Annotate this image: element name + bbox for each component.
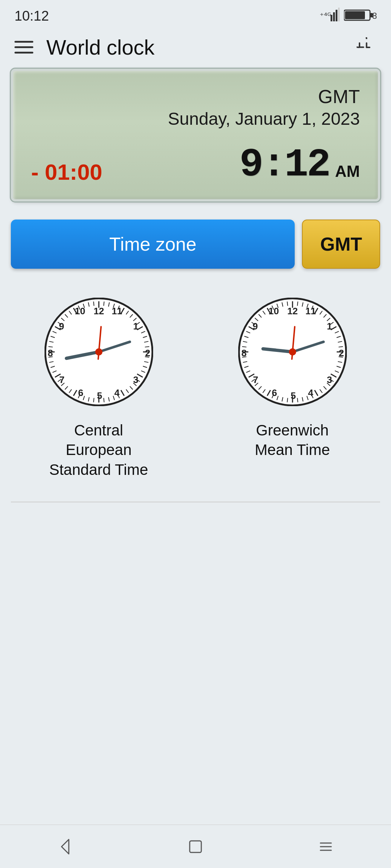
svg-line-38 xyxy=(145,346,149,347)
timezone-button[interactable]: Time zone xyxy=(11,220,295,269)
svg-line-68 xyxy=(48,357,52,357)
clock-date: Sunday, January 1, 2023 xyxy=(31,108,360,130)
svg-line-119 xyxy=(297,398,298,402)
svg-text:7: 7 xyxy=(253,374,258,385)
svg-text:9: 9 xyxy=(252,321,257,332)
buttons-row: Time zone GMT xyxy=(11,220,380,269)
svg-rect-4 xyxy=(338,8,340,21)
svg-line-149 xyxy=(287,302,287,306)
svg-point-166 xyxy=(291,350,294,354)
clock-minutes: 12 xyxy=(285,142,329,187)
history-icon[interactable] xyxy=(357,37,377,57)
status-time: 10:12 xyxy=(14,8,49,24)
status-icons: ⁺⁴ᴳ 84% xyxy=(320,8,377,25)
analog-clock-cest: // Will be drawn inline 12 1 2 3 4 5 6 7… xyxy=(45,298,153,406)
clock-timezone: GMT xyxy=(31,85,360,108)
svg-line-91 xyxy=(297,302,298,306)
recents-button[interactable] xyxy=(315,836,337,858)
clock-time-row: - 01:00 9:12 AM xyxy=(31,145,360,185)
svg-line-136 xyxy=(242,346,246,347)
section-divider xyxy=(11,502,380,502)
clock-label-gmt: Greenwich Mean Time xyxy=(238,421,347,460)
svg-rect-2 xyxy=(333,12,335,21)
status-bar: 10:12 ⁺⁴ᴳ 84% xyxy=(0,0,391,29)
svg-point-88 xyxy=(97,350,101,354)
svg-text:84%: 84% xyxy=(372,11,377,21)
svg-text:2: 2 xyxy=(339,348,344,358)
app-bar-left: World clock xyxy=(14,35,155,59)
digital-clock-panel: GMT Sunday, January 1, 2023 - 01:00 9:12… xyxy=(11,69,380,201)
back-button[interactable] xyxy=(54,836,76,858)
svg-rect-168 xyxy=(190,841,201,852)
svg-text:1: 1 xyxy=(327,321,332,332)
svg-line-104 xyxy=(339,346,343,347)
clock-wrapper-gmt: 12 1 2 3 4 5 6 7 8 9 10 11 xyxy=(238,298,347,480)
clock-colon: : xyxy=(262,142,285,187)
clocks-section: // Will be drawn inline 12 1 2 3 4 5 6 7… xyxy=(7,298,384,480)
signal-icon: ⁺⁴ᴳ xyxy=(320,8,340,25)
svg-text:5: 5 xyxy=(290,390,295,401)
clock-label-cest: Central European Standard Time xyxy=(45,421,153,480)
svg-line-121 xyxy=(287,398,287,402)
svg-line-55 xyxy=(93,398,94,402)
svg-rect-7 xyxy=(345,11,365,19)
svg-text:11: 11 xyxy=(305,306,316,316)
battery-icon: 84% xyxy=(344,8,377,24)
clock-digits: 9:12 xyxy=(240,145,329,185)
svg-rect-3 xyxy=(336,10,337,21)
svg-text:8: 8 xyxy=(241,348,246,358)
svg-text:5: 5 xyxy=(97,390,102,401)
svg-text:9: 9 xyxy=(59,321,64,332)
svg-text:10: 10 xyxy=(268,306,279,316)
clock-wrapper-cest: // Will be drawn inline 12 1 2 3 4 5 6 7… xyxy=(45,298,153,480)
menu-icon[interactable] xyxy=(14,41,33,54)
svg-line-25 xyxy=(104,302,104,306)
svg-line-83 xyxy=(93,302,94,306)
nav-bar xyxy=(0,825,391,868)
clock-offset: - 01:00 xyxy=(31,159,102,185)
svg-line-70 xyxy=(48,346,52,347)
clock-hours: 9 xyxy=(240,142,262,187)
svg-line-40 xyxy=(145,357,149,357)
svg-rect-1 xyxy=(331,15,332,21)
app-title: World clock xyxy=(46,35,155,59)
svg-text:10: 10 xyxy=(75,306,85,316)
app-bar: World clock xyxy=(0,29,391,65)
svg-text:3: 3 xyxy=(327,374,332,385)
gmt-button[interactable]: GMT xyxy=(302,220,380,269)
clock-header: GMT Sunday, January 1, 2023 xyxy=(31,85,360,131)
home-button[interactable] xyxy=(185,836,206,858)
svg-text:12: 12 xyxy=(287,306,298,316)
svg-text:4: 4 xyxy=(308,387,313,398)
svg-marker-167 xyxy=(62,839,69,854)
analog-clock-gmt: 12 1 2 3 4 5 6 7 8 9 10 11 xyxy=(238,298,347,406)
clock-ampm: AM xyxy=(335,162,360,185)
svg-line-53 xyxy=(104,398,104,402)
svg-text:6: 6 xyxy=(272,387,277,398)
clock-digital: 9:12 AM xyxy=(240,145,360,185)
svg-text:⁺⁴ᴳ: ⁺⁴ᴳ xyxy=(320,11,331,20)
